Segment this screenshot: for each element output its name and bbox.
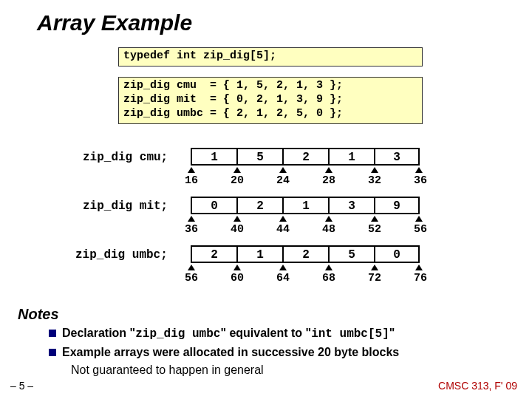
umbc-cell: 1 — [236, 245, 282, 263]
addr: 52 — [368, 223, 414, 236]
umbc-cell: 5 — [328, 245, 374, 263]
addr: 44 — [276, 223, 322, 236]
addr: 60 — [231, 272, 276, 284]
addr: 56 — [414, 223, 436, 236]
addr: 28 — [322, 174, 368, 187]
array-decls-code: zip_dig cmu = { 1, 5, 2, 1, 3 }; zip_dig… — [118, 77, 423, 124]
addr: 32 — [368, 174, 414, 187]
mit-label: zip_dig mit; — [83, 200, 168, 213]
note-1-text-c: " equivalent to " — [220, 327, 311, 339]
umbc-cell: 0 — [374, 245, 420, 263]
addr: 24 — [276, 174, 322, 187]
addr: 20 — [231, 174, 276, 187]
note-2-text: Example arrays were allocated in success… — [62, 346, 399, 358]
addr: 72 — [368, 272, 414, 284]
umbc-label: zip_dig umbc; — [75, 248, 168, 262]
mit-cell: 1 — [282, 197, 328, 214]
cmu-cell: 5 — [236, 148, 282, 166]
note-2-sub-text: Not guaranteed to happen in general — [71, 364, 264, 376]
note-1-text-e: " — [389, 327, 395, 339]
note-1-code-d: int umbc[5] — [311, 327, 389, 341]
cmu-label: zip_dig cmu; — [83, 151, 168, 164]
addr: 36 — [185, 223, 231, 236]
bullet-square-icon — [49, 330, 56, 337]
addr: 68 — [322, 272, 368, 284]
mit-addrs: 36 40 44 48 52 56 — [191, 223, 442, 236]
note-1-text-a: Declaration " — [62, 327, 135, 339]
mit-cell: 9 — [374, 197, 420, 214]
mit-cells: 0 2 1 3 9 — [191, 197, 420, 214]
cmu-cell: 1 — [328, 148, 374, 166]
umbc-cells: 2 1 2 5 0 — [191, 245, 420, 263]
course-label: CMSC 313, F' 09 — [438, 380, 517, 392]
bullet-square-icon — [49, 349, 56, 356]
cmu-cell: 2 — [282, 148, 328, 166]
note-2-sub: Not guaranteed to happen in general — [71, 364, 264, 377]
umbc-cell: 2 — [191, 245, 236, 263]
page-number: – 5 – — [10, 380, 33, 392]
mit-cell: 3 — [328, 197, 374, 214]
cmu-addrs: 16 20 24 28 32 36 — [191, 174, 442, 187]
addr: 16 — [185, 174, 231, 187]
addr: 48 — [322, 223, 368, 236]
typedef-code: typedef int zip_dig[5]; — [118, 47, 423, 66]
cmu-cell: 3 — [374, 148, 420, 166]
umbc-addrs: 56 60 64 68 72 76 — [191, 272, 442, 284]
note-2: Example arrays were allocated in success… — [49, 346, 399, 359]
cmu-cells: 1 5 2 1 3 — [191, 148, 420, 166]
slide-title: Array Example — [0, 0, 532, 41]
addr: 64 — [276, 272, 322, 284]
cmu-cell: 1 — [191, 148, 236, 166]
addr: 56 — [185, 272, 231, 284]
mit-cell: 0 — [191, 197, 236, 214]
addr: 36 — [414, 174, 436, 187]
mit-cell: 2 — [236, 197, 282, 214]
note-1-code-b: zip_dig umbc — [135, 327, 220, 341]
notes-heading: Notes — [18, 306, 59, 323]
note-1: Declaration "zip_dig umbc" equivalent to… — [49, 327, 395, 341]
addr: 40 — [231, 223, 276, 236]
addr: 76 — [414, 272, 436, 284]
umbc-cell: 2 — [282, 245, 328, 263]
